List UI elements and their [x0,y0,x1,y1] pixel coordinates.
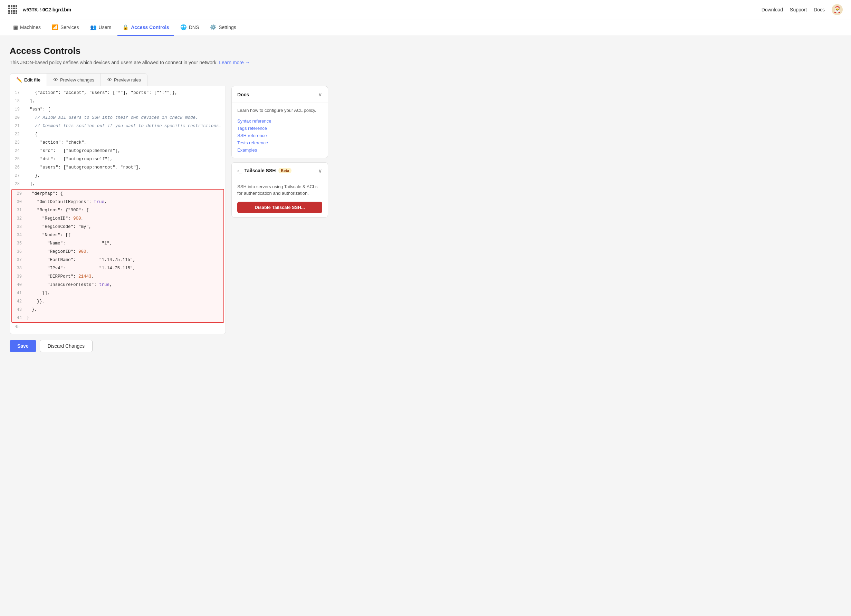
examples-link[interactable]: Examples [237,146,322,154]
dns-icon: 🌐 [180,24,187,30]
editor-wrapper: 17 {"action": "accept", "users": ["*"], … [10,86,226,334]
code-line: 24 "src": ["autogroup:members"], [10,147,226,155]
beta-badge: Beta [278,168,292,173]
tab-edit-file[interactable]: ✏️ Edit file [10,74,47,86]
line-number: 20 [10,114,24,122]
page-description: This JSON-based policy defines which dev… [10,59,439,66]
code-line: 36 "RegionID": 900, [12,248,224,256]
line-number: 29 [12,190,27,197]
line-content: "Regions": {"900": { [27,206,224,214]
avatar[interactable]: 🎅 [831,4,843,15]
syntax-reference-link[interactable]: Syntax reference [237,117,322,125]
bottom-actions: Save Discard Changes [10,340,439,352]
code-line: 27 }, [10,171,226,180]
line-content: "RegionID": 900, [27,215,224,222]
line-content: "InsecureForTests": true, [27,281,224,288]
line-number: 31 [12,206,27,214]
line-content: } [27,314,224,322]
code-line: 43 }, [12,306,224,314]
line-content: "derpMap": { [27,190,224,197]
code-line: 30 "OmitDefaultRegions": true, [12,198,224,206]
line-number: 21 [10,122,24,130]
docs-card-header: Docs ∨ [232,86,328,103]
code-line: 26 "users": ["autogroup:nonroot", "root"… [10,163,226,171]
line-number: 24 [10,147,24,155]
tests-reference-link[interactable]: Tests reference [237,139,322,146]
tab-preview-changes[interactable]: 👁 Preview changes [47,74,101,86]
ssh-card-body: SSH into servers using Tailscale & ACLs … [232,179,328,217]
line-number: 37 [12,256,27,264]
code-line: 42 }}, [12,297,224,306]
line-content: "dst": ["autogroup:self"], [24,155,226,163]
line-number: 27 [10,172,24,180]
code-line: 38 "IPv4": "1.14.75.115", [12,264,224,272]
line-content: {"action": "accept", "users": ["*"], "po… [24,89,226,97]
disable-ssh-button[interactable]: Disable Tailscale SSH... [237,202,322,213]
line-number: 19 [10,106,24,113]
line-content: "Nodes": [{ [27,231,224,239]
ssh-reference-link[interactable]: SSH reference [237,132,322,139]
download-link[interactable]: Download [762,7,783,12]
support-link[interactable]: Support [790,7,807,12]
nav-item-settings[interactable]: ⚙️ Settings [205,20,241,36]
tags-reference-link[interactable]: Tags reference [237,125,322,132]
code-line: 39 "DERPPort": 21443, [12,272,224,281]
line-content: "DERPPort": 21443, [27,273,224,280]
services-icon: 📶 [52,24,59,30]
code-line: 22 { [10,130,226,138]
nav-item-services[interactable]: 📶 Services [47,20,84,36]
line-content: "action": "check", [24,139,226,146]
line-content: "OmitDefaultRegions": true, [27,198,224,206]
docs-chevron-icon[interactable]: ∨ [318,91,322,98]
ssh-card: ›_ Tailscale SSH Beta ∨ SSH into servers… [232,162,328,218]
discard-button[interactable]: Discard Changes [40,340,93,352]
nav-item-dns[interactable]: 🌐 DNS [176,20,204,36]
line-content: "IPv4": "1.14.75.115", [27,264,224,272]
docs-link[interactable]: Docs [814,7,825,12]
ssh-title-area: ›_ Tailscale SSH Beta [237,168,292,173]
docs-card-body: Learn how to configure your ACL policy. … [232,103,328,158]
tab-bar: ✏️ Edit file 👁 Preview changes 👁 Preview… [10,73,147,86]
line-content: "RegionCode": "my", [27,223,224,231]
line-number: 26 [10,164,24,171]
highlight-region: 29 "derpMap": {30 "OmitDefaultRegions": … [11,189,224,323]
line-content: "ssh": [ [24,106,226,113]
code-line: 31 "Regions": {"900": { [12,206,224,215]
line-number: 36 [12,248,27,255]
code-editor[interactable]: 17 {"action": "accept", "users": ["*"], … [10,86,226,334]
line-content: { [24,131,226,138]
code-line: 41 }], [12,289,224,297]
code-line: 44} [12,314,224,322]
code-line: 25 "dst": ["autogroup:self"], [10,155,226,163]
nav-item-access-controls[interactable]: 🔒 Access Controls [117,20,174,36]
code-line: 37 "HostName": "1.14.75.115", [12,256,224,264]
preview-changes-icon: 👁 [53,77,58,83]
line-number: 17 [10,89,24,97]
line-number: 39 [12,273,27,280]
ssh-chevron-icon[interactable]: ∨ [318,167,322,174]
docs-description: Learn how to configure your ACL policy. [237,107,322,114]
nav-item-users[interactable]: 👥 Users [85,20,116,36]
code-line: 33 "RegionCode": "my", [12,223,224,231]
tab-preview-rules[interactable]: 👁 Preview rules [101,74,147,86]
ssh-card-header: ›_ Tailscale SSH Beta ∨ [232,163,328,179]
machines-icon: ▣ [13,24,18,30]
line-number: 33 [12,223,27,231]
nav-item-machines[interactable]: ▣ Machines [8,20,46,36]
top-bar: w!GTK-!-0C2-bgrd.bm Download Support Doc… [0,0,851,20]
line-content: }, [27,306,224,314]
line-number: 23 [10,139,24,146]
line-number: 42 [12,297,27,305]
terminal-icon: ›_ [237,168,241,173]
page-title: Access Controls [10,45,439,56]
save-button[interactable]: Save [10,340,36,352]
line-number: 32 [12,215,27,222]
line-number: 41 [12,289,27,297]
code-line: 34 "Nodes": [{ [12,231,224,239]
lock-icon: 🔒 [122,24,129,30]
line-content: }], [27,289,224,297]
docs-sidebar: Docs ∨ Learn how to configure your ACL p… [232,86,328,218]
editor-layout: 17 {"action": "accept", "users": ["*"], … [10,86,439,334]
main-content: Access Controls This JSON-based policy d… [0,36,449,359]
learn-more-link[interactable]: Learn more → [219,60,250,65]
